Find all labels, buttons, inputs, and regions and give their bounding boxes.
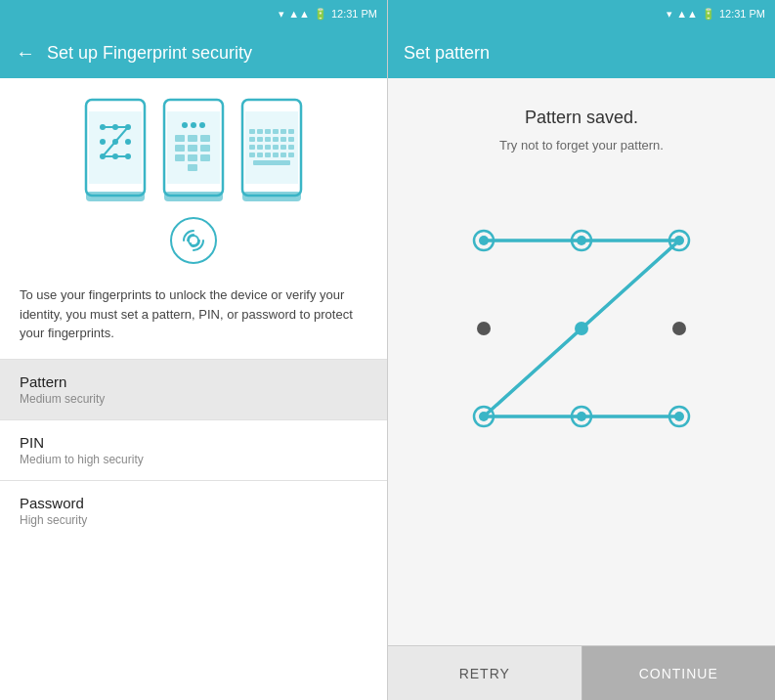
svg-point-75 [577,412,586,421]
phone-password-icon [237,98,306,205]
option-password-subtitle: High security [20,513,367,527]
right-time: 12:31 PM [719,8,765,20]
svg-rect-55 [273,153,279,157]
continue-button[interactable]: CONTINUE [582,646,776,700]
svg-point-8 [125,139,131,145]
right-signal-icon: ▲▲ [676,8,698,20]
svg-point-68 [674,236,684,245]
left-status-icons: ▾ ▲▲ 🔋 12:31 PM [279,8,377,21]
option-pattern-subtitle: Medium security [20,392,367,406]
svg-rect-51 [288,145,294,150]
retry-button[interactable]: RETRY [388,646,582,700]
pattern-svg [445,192,718,465]
svg-rect-29 [200,154,210,161]
svg-point-19 [191,122,196,128]
svg-point-77 [674,412,684,421]
right-header-title: Set pattern [404,43,490,64]
svg-rect-52 [249,153,255,157]
right-content: Pattern saved. Try not to forget your pa… [388,78,775,645]
wifi-icon: ▾ [279,8,284,21]
svg-rect-36 [265,129,271,134]
svg-point-66 [577,236,586,245]
left-status-bar: ▾ ▲▲ 🔋 12:31 PM [0,0,387,27]
left-header-title: Set up Fingerprint security [47,43,252,64]
svg-rect-2 [86,192,145,201]
option-pin-subtitle: Medium to high security [20,453,367,466]
svg-rect-48 [265,145,271,150]
svg-point-6 [100,139,106,145]
svg-point-73 [479,412,489,421]
svg-rect-21 [175,135,185,142]
option-password-title: Password [20,495,367,511]
svg-point-64 [479,236,489,245]
right-battery-icon: 🔋 [702,8,715,21]
phone-illustrations [81,98,306,205]
svg-point-70 [575,322,588,335]
svg-rect-26 [200,145,210,152]
pattern-grid [445,192,718,465]
svg-rect-37 [273,129,279,134]
bottom-buttons: RETRY CONTINUE [388,645,775,700]
svg-rect-23 [200,135,210,142]
phone-pattern-icon [81,98,150,205]
svg-point-20 [199,122,205,128]
left-panel: ▾ ▲▲ 🔋 12:31 PM ← Set up Fingerprint sec… [0,0,388,700]
svg-rect-25 [188,145,197,152]
illustration-area [0,78,387,285]
fingerprint-svg [180,227,207,254]
left-time: 12:31 PM [331,8,377,20]
left-header: ← Set up Fingerprint security [0,27,387,78]
left-content: To use your fingerprints to unlock the d… [0,78,387,700]
svg-rect-46 [249,145,255,150]
svg-rect-39 [288,129,294,134]
svg-point-71 [672,322,686,335]
option-pattern[interactable]: Pattern Medium security [0,359,387,419]
svg-rect-42 [265,137,271,142]
svg-rect-53 [257,153,263,157]
svg-rect-41 [257,137,263,142]
right-panel: ▾ ▲▲ 🔋 12:31 PM Set pattern Pattern save… [388,0,775,700]
option-pin-title: PIN [20,434,367,451]
svg-rect-40 [249,137,255,142]
svg-rect-50 [280,145,286,150]
phone-pin-icon [159,98,228,205]
right-status-bar: ▾ ▲▲ 🔋 12:31 PM [388,0,775,27]
security-options: Pattern Medium security PIN Medium to hi… [0,359,387,701]
right-header: Set pattern [388,27,775,78]
fingerprint-icon [170,217,217,264]
right-status-icons: ▾ ▲▲ 🔋 12:31 PM [667,8,765,21]
svg-rect-58 [253,160,290,165]
option-password[interactable]: Password High security [0,480,387,541]
option-pin[interactable]: PIN Medium to high security [0,419,387,480]
option-pattern-title: Pattern [20,373,367,390]
svg-rect-56 [280,153,286,157]
svg-rect-49 [273,145,279,150]
svg-rect-38 [280,129,286,134]
svg-rect-33 [242,192,301,201]
svg-rect-17 [164,192,223,201]
svg-rect-1 [89,111,142,184]
svg-rect-35 [257,129,263,134]
pattern-saved-title: Pattern saved. [525,108,638,128]
svg-rect-22 [188,135,197,142]
svg-rect-28 [188,154,197,161]
svg-rect-47 [257,145,263,150]
right-wifi-icon: ▾ [667,8,672,21]
svg-rect-44 [280,137,286,142]
battery-icon: 🔋 [314,8,327,21]
svg-rect-54 [265,153,271,157]
svg-rect-30 [188,164,197,171]
description-text: To use your fingerprints to unlock the d… [0,285,387,359]
svg-rect-24 [175,145,185,152]
svg-point-69 [477,322,491,335]
back-button[interactable]: ← [16,42,35,65]
svg-rect-43 [273,137,279,142]
svg-point-18 [182,122,188,128]
svg-rect-57 [288,153,294,157]
svg-rect-27 [175,154,185,161]
svg-rect-45 [288,137,294,142]
pattern-saved-subtitle: Try not to forget your pattern. [499,138,664,153]
signal-icon: ▲▲ [288,8,310,20]
svg-rect-34 [249,129,255,134]
